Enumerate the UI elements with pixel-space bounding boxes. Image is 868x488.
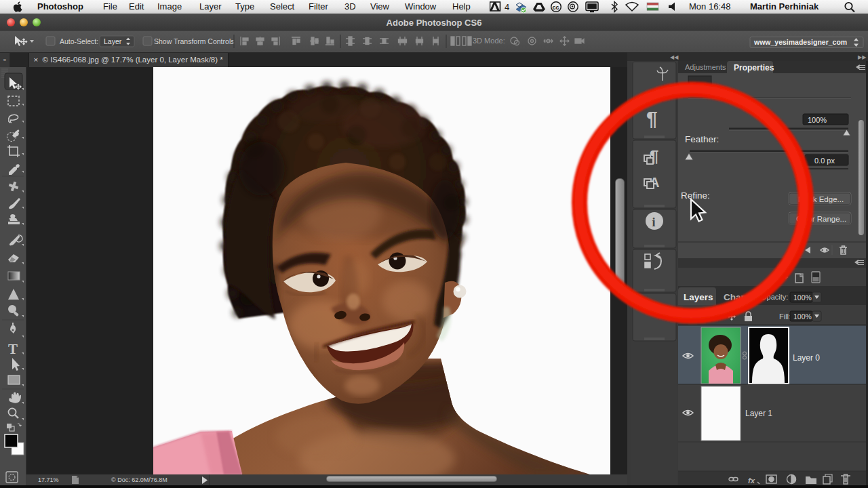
svg-text:Layer 1: Layer 1 — [745, 409, 772, 418]
svg-text:▶▶: ▶▶ — [858, 54, 867, 60]
svg-text:fx: fx — [748, 476, 755, 485]
svg-text:www_yesimadesigner_com: www_yesimadesigner_com — [753, 38, 847, 46]
svg-text:Layer 0: Layer 0 — [793, 353, 820, 363]
svg-text:Layer: Layer — [104, 37, 122, 45]
svg-text:T: T — [8, 341, 18, 357]
svg-text:3D Mode:: 3D Mode: — [473, 37, 505, 45]
svg-text:4: 4 — [505, 2, 509, 12]
svg-text:cc: cc — [553, 4, 559, 11]
svg-text:◀◀: ◀◀ — [670, 54, 679, 60]
svg-text:Auto-Select:: Auto-Select: — [60, 37, 98, 45]
svg-text:Show Transform Controls: Show Transform Controls — [154, 37, 234, 45]
